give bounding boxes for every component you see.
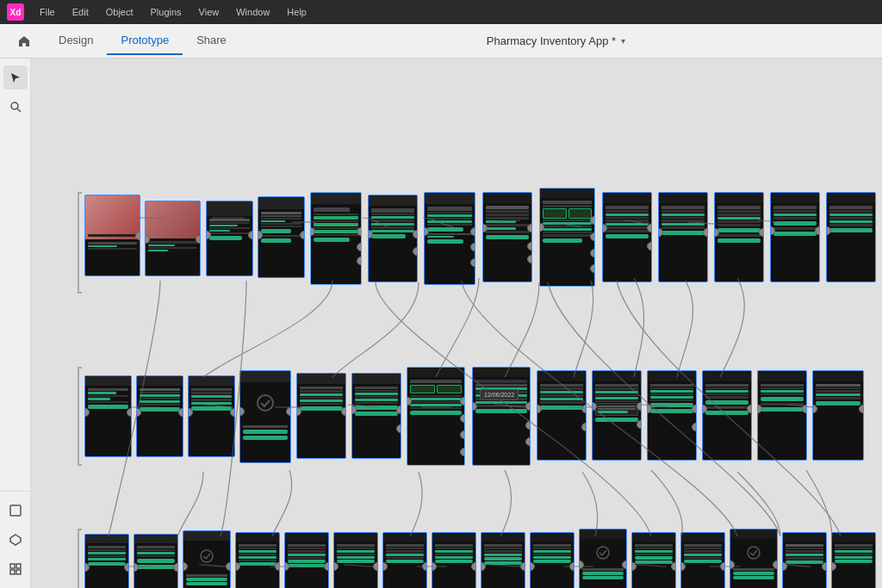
svg-rect-5 <box>16 564 21 568</box>
menu-window[interactable]: Window <box>229 5 276 19</box>
svg-point-9 <box>201 550 213 562</box>
screen-dashboard[interactable] <box>539 188 595 287</box>
screen-r3-13[interactable] <box>680 532 725 588</box>
svg-line-1 <box>17 108 21 112</box>
tab-share[interactable]: Share <box>183 27 240 55</box>
nav-tabs: Design Prototype Share <box>45 27 240 55</box>
layers-tool[interactable] <box>3 498 28 523</box>
screen-r1-11[interactable] <box>658 192 708 282</box>
screen-r2-11[interactable] <box>647 370 697 461</box>
screen-login[interactable] <box>424 192 475 285</box>
row3-bracket <box>78 529 82 588</box>
xd-logo: Xd <box>7 3 24 21</box>
screen-r3-9[interactable] <box>481 532 525 588</box>
project-title-area: Pharmacy Inventory App * ▾ <box>487 34 625 47</box>
screen-r1-12[interactable] <box>714 192 764 282</box>
screen-r2-5[interactable] <box>296 373 346 459</box>
svg-rect-4 <box>10 564 15 568</box>
menu-object[interactable]: Object <box>99 5 140 19</box>
screen-r3-7[interactable] <box>382 532 427 588</box>
screen-r3-12[interactable] <box>631 532 676 588</box>
screen-r2-13[interactable] <box>757 370 807 461</box>
screen-r2-7[interactable] <box>407 367 465 466</box>
screen-r2-6[interactable] <box>351 373 401 459</box>
screen-r1-6[interactable] <box>368 195 418 282</box>
tab-design[interactable]: Design <box>45 27 107 55</box>
menu-bar: Xd File Edit Object Plugins View Window … <box>0 0 882 24</box>
row1-bracket <box>78 192 82 294</box>
screen-r3-16[interactable] <box>831 532 876 588</box>
screen-r3-11[interactable] <box>579 529 627 588</box>
screen-r2-4[interactable] <box>239 370 291 463</box>
menu-edit[interactable]: Edit <box>65 5 96 19</box>
tab-prototype[interactable]: Prototype <box>107 27 183 55</box>
screen-r1-8[interactable] <box>482 192 532 282</box>
home-button[interactable] <box>10 28 38 55</box>
connections-svg <box>31 59 882 588</box>
menu-help[interactable]: Help <box>280 5 314 19</box>
menu-plugins[interactable]: Plugins <box>144 5 189 19</box>
toolbar: Design Prototype Share Pharmacy Inventor… <box>0 24 882 59</box>
svg-rect-7 <box>16 570 21 574</box>
screen-r3-1[interactable]: ... <box>84 534 129 588</box>
screen-r3-3[interactable] <box>183 530 231 588</box>
screen-r3-8[interactable] <box>432 532 476 588</box>
chevron-down-icon[interactable]: ▾ <box>621 36 625 46</box>
svg-rect-6 <box>10 570 15 574</box>
screen-r2-12[interactable] <box>702 370 752 461</box>
screen-r3-15[interactable] <box>782 532 827 588</box>
screen-r3-10[interactable] <box>530 532 575 588</box>
plugins-tool[interactable] <box>3 557 28 581</box>
svg-marker-3 <box>10 535 21 545</box>
project-title: Pharmacy Inventory App * <box>487 34 616 47</box>
screen-r2-14[interactable] <box>812 370 864 461</box>
canvas[interactable]: ... ... <box>31 59 882 588</box>
screen-r2-2[interactable] <box>136 375 183 457</box>
screen-r3-2[interactable] <box>134 534 178 588</box>
svg-point-10 <box>597 547 609 559</box>
select-tool[interactable] <box>3 65 28 90</box>
svg-point-11 <box>748 547 760 559</box>
screen-r1-14[interactable] <box>826 192 876 282</box>
zoom-tool[interactable] <box>3 95 28 119</box>
screen-r3-5[interactable] <box>284 532 329 588</box>
screen-r1-10[interactable] <box>602 192 652 282</box>
svg-point-0 <box>11 102 18 109</box>
screen-splash-2[interactable]: ... <box>145 201 201 276</box>
screen-r2-1[interactable]: ... <box>84 375 132 457</box>
screen-r3-6[interactable] <box>333 532 378 588</box>
screen-r3-4[interactable] <box>235 532 280 588</box>
screen-r2-8[interactable]: 12/06/2022 <box>472 367 531 466</box>
row2-bracket <box>78 367 82 466</box>
screen-r1-13[interactable] <box>770 192 820 282</box>
svg-point-8 <box>258 395 273 411</box>
screen-register[interactable] <box>310 192 362 285</box>
svg-rect-2 <box>10 505 21 516</box>
screen-r1-4[interactable] <box>258 196 305 278</box>
screen-r3-14[interactable] <box>730 529 778 588</box>
screen-r2-10[interactable] <box>592 370 642 461</box>
assets-tool[interactable] <box>3 528 28 552</box>
screen-r2-3[interactable] <box>188 375 235 457</box>
menu-view[interactable]: View <box>192 5 227 19</box>
bottom-left-tools <box>0 491 31 588</box>
menu-file[interactable]: File <box>33 5 62 19</box>
flow-area: ... ... <box>31 59 882 588</box>
screen-splash-1[interactable]: ... <box>84 195 140 276</box>
screen-r1-3[interactable]: ... <box>206 201 253 276</box>
screen-r2-9[interactable] <box>537 370 587 461</box>
